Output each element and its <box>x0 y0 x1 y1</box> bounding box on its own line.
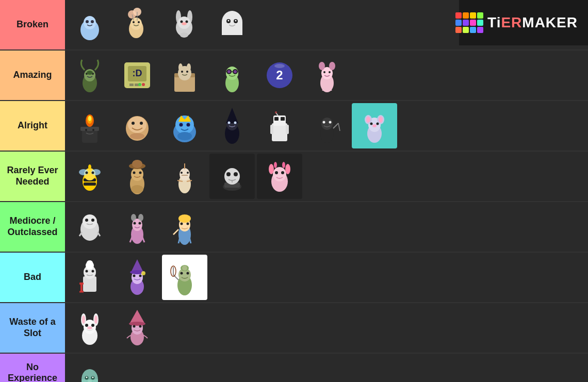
tier-label-noexp: No Experience Personally <box>0 354 65 382</box>
svg-point-159 <box>139 222 141 225</box>
list-item[interactable] <box>67 356 112 382</box>
svg-point-208 <box>133 325 136 328</box>
list-item[interactable] <box>304 103 350 148</box>
svg-point-123 <box>139 172 142 174</box>
svg-rect-111 <box>84 182 96 186</box>
list-item[interactable]: 2 <box>257 53 302 98</box>
svg-point-216 <box>88 380 92 382</box>
list-item[interactable] <box>162 204 207 250</box>
list-item[interactable] <box>257 103 302 148</box>
list-item[interactable] <box>209 154 255 199</box>
svg-point-76 <box>175 115 194 134</box>
list-item[interactable] <box>162 103 207 148</box>
list-item[interactable] <box>115 154 160 199</box>
list-item[interactable] <box>67 2 112 47</box>
svg-point-137 <box>234 172 238 176</box>
svg-marker-206 <box>129 310 145 324</box>
svg-point-207 <box>129 322 145 326</box>
svg-point-200 <box>94 315 97 324</box>
svg-point-115 <box>86 172 88 174</box>
svg-point-105 <box>379 117 383 123</box>
svg-point-96 <box>323 121 325 124</box>
logo-cell <box>470 20 476 26</box>
list-item[interactable] <box>115 305 160 351</box>
svg-point-199 <box>82 315 85 324</box>
list-item[interactable] <box>115 204 160 250</box>
svg-point-104 <box>366 117 370 123</box>
svg-point-116 <box>92 172 94 174</box>
list-item[interactable] <box>115 2 160 47</box>
logo-cell <box>463 12 469 19</box>
svg-point-136 <box>226 172 231 176</box>
svg-point-203 <box>87 326 92 329</box>
svg-point-166 <box>187 223 189 225</box>
svg-point-128 <box>187 172 189 174</box>
logo-cell <box>455 12 462 19</box>
svg-line-191 <box>173 275 178 280</box>
list-item[interactable] <box>304 53 350 98</box>
list-item[interactable] <box>209 53 255 98</box>
svg-point-185 <box>141 271 145 275</box>
svg-point-72 <box>132 122 135 125</box>
list-item[interactable] <box>209 2 255 47</box>
svg-point-2 <box>86 20 89 23</box>
svg-text:2: 2 <box>276 68 283 82</box>
svg-rect-86 <box>272 123 287 141</box>
svg-point-49 <box>227 70 231 73</box>
svg-rect-89 <box>281 117 285 121</box>
logo-cell <box>477 12 483 19</box>
svg-point-58 <box>329 62 335 70</box>
list-item[interactable] <box>162 53 207 98</box>
svg-point-108 <box>372 124 377 127</box>
svg-point-121 <box>132 160 142 168</box>
tier-label-waste: Waste of a Slot <box>0 303 65 353</box>
list-item[interactable] <box>67 103 112 148</box>
tier-row-mediocre: Mediocre / Outclassed <box>0 202 588 253</box>
svg-point-85 <box>234 122 237 124</box>
tiermaker-text: TiERMAKER <box>487 14 578 31</box>
svg-point-143 <box>274 162 277 168</box>
svg-marker-83 <box>226 108 238 123</box>
svg-point-126 <box>179 168 190 180</box>
svg-line-98 <box>333 123 338 128</box>
tier-items-rarely <box>65 152 588 201</box>
list-item[interactable] <box>67 305 112 351</box>
tiermaker-logo: TiERMAKER <box>455 12 578 33</box>
tier-list: Broken <box>0 0 588 382</box>
svg-point-54 <box>274 64 285 68</box>
list-item[interactable] <box>162 154 207 199</box>
tier-row-rarely: Rarely Ever Needed <box>0 152 588 202</box>
list-item[interactable] <box>352 103 397 148</box>
list-item[interactable] <box>67 154 112 199</box>
svg-point-127 <box>181 172 183 174</box>
logo-cell <box>477 20 483 26</box>
tier-row-amazing: Amazing :D <box>0 51 588 101</box>
svg-rect-88 <box>274 117 279 121</box>
list-item[interactable] <box>209 103 255 148</box>
list-item[interactable]: :D <box>115 53 160 98</box>
svg-rect-35 <box>135 84 139 86</box>
list-item[interactable] <box>67 53 112 98</box>
tier-items-mediocre <box>65 202 588 252</box>
svg-point-215 <box>92 377 94 378</box>
list-item[interactable] <box>115 103 160 148</box>
svg-point-107 <box>377 123 379 125</box>
list-item[interactable] <box>67 204 112 250</box>
svg-point-142 <box>285 164 290 174</box>
tiermaker-logo-area: TiERMAKER <box>459 0 588 45</box>
svg-point-1 <box>84 16 96 29</box>
list-item[interactable] <box>257 154 302 199</box>
list-item[interactable] <box>162 2 207 47</box>
svg-line-169 <box>173 229 178 235</box>
svg-rect-64 <box>80 127 99 131</box>
svg-rect-91 <box>286 125 289 134</box>
list-item[interactable] <box>162 255 207 300</box>
svg-point-209 <box>139 325 142 328</box>
svg-point-97 <box>329 121 332 124</box>
svg-point-173 <box>87 260 93 265</box>
list-item[interactable] <box>115 255 160 300</box>
list-item[interactable] <box>67 255 112 300</box>
tier-items-noexp <box>65 354 588 382</box>
svg-point-73 <box>140 122 143 125</box>
svg-point-150 <box>91 219 94 222</box>
